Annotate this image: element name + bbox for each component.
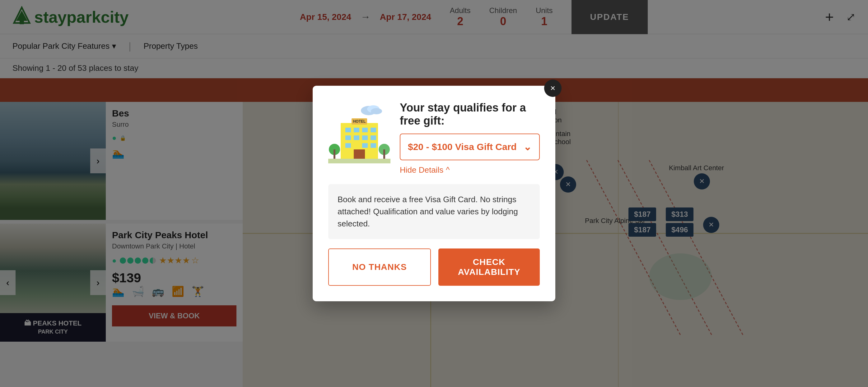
hide-details-caret-icon: ^	[446, 165, 450, 175]
svg-rect-23	[354, 149, 365, 160]
svg-text:HOTEL: HOTEL	[353, 119, 366, 124]
svg-rect-15	[371, 128, 376, 132]
check-availability-button[interactable]: CHECK AVAILABILITY	[438, 248, 540, 286]
gift-modal: × HOTEL	[313, 86, 555, 301]
svg-rect-14	[362, 128, 368, 132]
details-box: Book and receive a free Visa Gift Card. …	[328, 184, 540, 239]
hide-details-button[interactable]: Hide Details ^	[400, 165, 540, 175]
hotel-illustration: HOTEL	[328, 101, 391, 163]
svg-rect-21	[362, 143, 368, 148]
gift-option-label: $20 - $100 Visa Gift Card	[408, 142, 517, 152]
modal-body: HOTEL	[328, 101, 540, 175]
svg-rect-25	[334, 149, 335, 160]
modal-overlay[interactable]: × HOTEL	[0, 0, 868, 387]
svg-rect-18	[362, 135, 368, 140]
svg-rect-13	[354, 128, 359, 132]
svg-rect-16	[345, 135, 351, 140]
gift-chevron-icon: ⌄	[523, 141, 532, 153]
no-thanks-button[interactable]: NO THANKS	[328, 248, 431, 286]
modal-close-button[interactable]: ×	[544, 79, 562, 97]
svg-rect-12	[345, 128, 351, 132]
svg-point-30	[371, 108, 382, 114]
modal-buttons: NO THANKS CHECK AVAILABILITY	[328, 248, 540, 286]
gift-select-dropdown[interactable]: $20 - $100 Visa Gift Card ⌄	[400, 134, 540, 160]
hide-details-label: Hide Details	[400, 165, 443, 175]
svg-rect-17	[354, 135, 359, 140]
svg-rect-22	[371, 143, 376, 148]
modal-title: Your stay qualifies for a free gift:	[400, 101, 540, 127]
svg-rect-31	[328, 159, 391, 163]
details-text: Book and receive a free Visa Gift Card. …	[338, 195, 518, 228]
modal-right: Your stay qualifies for a free gift: $20…	[400, 101, 540, 175]
svg-rect-20	[345, 143, 351, 148]
svg-rect-27	[383, 149, 385, 160]
svg-rect-19	[371, 135, 376, 140]
